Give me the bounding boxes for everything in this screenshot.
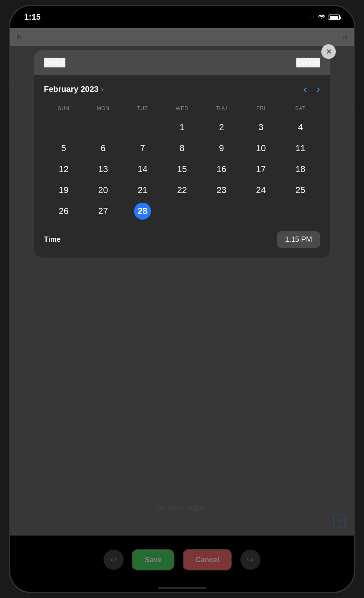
cal-cell-25[interactable]: 25 <box>281 180 320 201</box>
cal-cell-16[interactable]: 16 <box>202 159 241 180</box>
wifi-icon <box>318 14 325 21</box>
cal-cell-21[interactable]: 21 <box>123 180 162 201</box>
cal-day-11: 11 <box>292 140 309 157</box>
day-header-fri: FRI <box>241 104 281 113</box>
cal-cell-26[interactable]: 26 <box>44 201 83 222</box>
cal-cell-27[interactable]: 27 <box>83 201 123 222</box>
battery-icon <box>329 15 340 20</box>
cal-cell-empty-5: - <box>202 201 241 222</box>
cal-cell-4[interactable]: 4 <box>281 117 320 138</box>
cal-cell-12[interactable]: 12 <box>44 159 83 180</box>
calendar-body: February 2023 › ‹ › SUN MON TUE WED THU … <box>34 75 330 257</box>
cancel-button[interactable]: Cancel <box>296 58 320 68</box>
cal-cell-18[interactable]: 18 <box>281 159 320 180</box>
cal-day-16: 16 <box>213 161 230 178</box>
cal-cell-7[interactable]: 7 <box>123 138 162 159</box>
time-row: Time 1:15 PM <box>44 228 320 248</box>
cal-cell-17[interactable]: 17 <box>241 159 281 180</box>
calendar-grid: - - - 1 2 3 4 5 6 7 8 9 10 11 12 13 14 1… <box>44 117 320 222</box>
month-title-text: February 2023 <box>44 85 99 94</box>
cal-cell-14[interactable]: 14 <box>123 159 162 180</box>
cal-cell-15[interactable]: 15 <box>162 159 202 180</box>
cal-cell-6[interactable]: 6 <box>83 138 123 159</box>
day-header-sun: SUN <box>44 104 83 113</box>
cal-day-5: 5 <box>55 140 72 157</box>
status-icons: ··· <box>309 14 340 21</box>
cal-day-21: 21 <box>134 182 151 199</box>
day-header-sat: SAT <box>281 104 320 113</box>
day-headers: SUN MON TUE WED THU FRI SAT <box>44 104 320 113</box>
cal-cell-empty-2: - <box>83 117 123 138</box>
cal-day-24: 24 <box>252 182 269 199</box>
cal-day-1: 1 <box>174 119 190 136</box>
cal-day-13: 13 <box>95 161 112 178</box>
cal-day-17: 17 <box>252 161 269 178</box>
time-label: Time <box>44 235 61 244</box>
phone-frame: 1:15 ··· F› et T et <box>9 5 355 593</box>
cal-day-19: 19 <box>55 182 72 199</box>
cal-day-14: 14 <box>134 161 151 178</box>
close-icon: ✕ <box>326 48 331 56</box>
cal-day-10: 10 <box>252 140 269 157</box>
cal-cell-28[interactable]: 28 <box>123 201 162 222</box>
cal-cell-22[interactable]: 22 <box>162 180 202 201</box>
prev-month-button[interactable]: ‹ <box>304 83 307 96</box>
cal-cell-11[interactable]: 11 <box>281 138 320 159</box>
cal-day-20: 20 <box>95 182 112 199</box>
cal-cell-empty-7: - <box>281 201 320 222</box>
cal-day-25: 25 <box>292 182 309 199</box>
signal-dots-icon: ··· <box>309 15 315 19</box>
cal-day-22: 22 <box>174 182 190 199</box>
month-navigation: February 2023 › ‹ › <box>44 83 320 96</box>
cal-cell-1[interactable]: 1 <box>162 117 202 138</box>
cal-cell-9[interactable]: 9 <box>202 138 241 159</box>
date-picker-modal: Select Cancel February 2023 › ‹ › SUN MO… <box>34 50 330 257</box>
month-expand-chevron[interactable]: › <box>101 86 103 93</box>
close-button[interactable]: ✕ <box>321 44 336 59</box>
cal-cell-2[interactable]: 2 <box>202 117 241 138</box>
cal-cell-19[interactable]: 19 <box>44 180 83 201</box>
cal-day-9: 9 <box>213 140 230 157</box>
cal-day-18: 18 <box>292 161 309 178</box>
next-month-button[interactable]: › <box>316 83 320 96</box>
cal-cell-20[interactable]: 20 <box>83 180 123 201</box>
cal-cell-10[interactable]: 10 <box>241 138 281 159</box>
cal-day-2: 2 <box>213 119 230 136</box>
time-value[interactable]: 1:15 PM <box>277 231 320 248</box>
cal-cell-13[interactable]: 13 <box>83 159 123 180</box>
cal-day-15: 15 <box>174 161 190 178</box>
cal-day-28: 28 <box>134 203 151 220</box>
day-header-mon: MON <box>83 104 123 113</box>
cal-cell-8[interactable]: 8 <box>162 138 202 159</box>
month-nav-buttons: ‹ › <box>304 83 320 96</box>
cal-day-8: 8 <box>174 140 190 157</box>
cal-cell-empty-6: - <box>241 201 281 222</box>
cal-day-26: 26 <box>55 203 72 220</box>
cal-cell-24[interactable]: 24 <box>241 180 281 201</box>
cal-cell-empty-4: - <box>162 201 202 222</box>
cal-cell-3[interactable]: 3 <box>241 117 281 138</box>
status-bar: 1:15 ··· <box>10 6 354 28</box>
day-header-thu: THU <box>202 104 241 113</box>
month-title: February 2023 › <box>44 85 103 94</box>
cal-day-12: 12 <box>55 161 72 178</box>
status-time: 1:15 <box>24 12 41 22</box>
cal-cell-23[interactable]: 23 <box>202 180 241 201</box>
cal-day-4: 4 <box>292 119 309 136</box>
day-header-tue: TUE <box>123 104 162 113</box>
day-header-wed: WED <box>162 104 202 113</box>
cal-cell-empty-3: - <box>123 117 162 138</box>
cal-day-6: 6 <box>95 140 112 157</box>
cal-day-23: 23 <box>213 182 230 199</box>
cal-day-7: 7 <box>134 140 151 157</box>
cal-cell-5[interactable]: 5 <box>44 138 83 159</box>
cal-day-27: 27 <box>95 203 112 220</box>
modal-header: Select Cancel <box>34 50 330 75</box>
cal-cell-empty-1: - <box>44 117 83 138</box>
cal-day-3: 3 <box>252 119 269 136</box>
select-button[interactable]: Select <box>44 58 66 68</box>
